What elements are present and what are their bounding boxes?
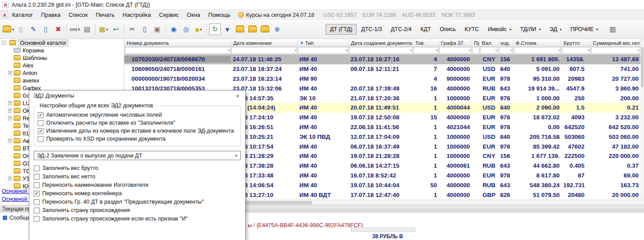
tab-kdt[interactable]: КДТ [416,24,435,35]
declaration-row[interactable]: 10702030/240718/0068670 24.07.18 11:46:2… [124,55,640,64]
checkbox-disable-calc[interactable]: Отключить расчеты при вставке из "Заполн… [38,119,237,126]
column-header[interactable]: Дата создания документа [349,39,413,46]
ed2-doc-type-select[interactable]: ЭД-2 Заявление о выпуске до подачи ДТ ▾ [34,151,241,160]
checkbox[interactable] [34,165,40,171]
checkbox[interactable] [34,216,40,222]
checkbox-transfer-container[interactable]: Переносить номер контейнера [34,190,241,197]
checkbox[interactable] [34,191,40,197]
tab-ed[interactable]: ЭД [545,24,566,35]
checkbox-fill-netto[interactable]: Заполнять вес нетто [34,173,241,180]
expand-icon[interactable] [8,116,12,120]
refresh-button[interactable]: ↻ [209,24,221,35]
filter-cell[interactable]: ▾ [125,47,231,54]
delete-button[interactable]: ✖ [52,24,64,35]
filter-button[interactable]: ▼ [222,24,233,35]
filter-cell[interactable]: ▾ [514,47,561,54]
column-header[interactable]: Графа 37. [439,39,472,46]
tab-invoice[interactable]: Инвойс [483,24,516,35]
filter-cell[interactable]: ▾ [298,47,348,54]
catalog-up-button[interactable] [246,24,258,35]
checkbox-fill-country[interactable]: Заполнять страну происхождения [34,207,241,214]
collapse-icon[interactable] [2,41,6,45]
menu-item[interactable]: Сервис [155,10,183,20]
expand-icon[interactable] [8,109,12,113]
checkbox-extract-date[interactable]: Извлечение даты из номера при вставке в … [38,127,237,134]
column-header[interactable]: Номер документа [124,39,231,46]
scrollbar-thumb[interactable] [641,47,644,87]
report-button[interactable]: ▥ [607,24,619,35]
checkbox-auto-rounding[interactable]: Автоматическое округление числовых полей [38,111,237,118]
column-header[interactable]: Суммарный вес нет... [591,39,640,46]
menu-item[interactable]: Печать [91,10,119,20]
tree-item-anton[interactable]: Anton [0,69,124,77]
xml-button[interactable]: xml [69,24,80,35]
edit-document-button[interactable]: ✎ [28,24,39,35]
globe-button[interactable]: ⊕ [271,24,283,35]
tree-item-korzina[interactable]: Корзина [0,47,124,54]
filter-cell[interactable] [472,47,479,54]
save-return-button[interactable]: ↩ [110,24,122,35]
column-header[interactable]: Дата изменения [231,39,298,46]
copy-button[interactable]: ▯ [139,24,151,35]
checkbox[interactable] [38,136,44,142]
print-button[interactable]: ▤ [81,24,93,35]
find-next-button[interactable]: ◎ [180,24,192,35]
currency-rates-button[interactable]: Курсы на сегодня 24.07.18 [238,12,314,18]
open-document-button[interactable] [3,24,14,35]
dialog-title-bar[interactable]: ЭД2 Документы × [29,90,245,101]
expand-icon[interactable] [8,177,12,181]
checkbox[interactable] [38,128,44,134]
menu-item[interactable]: Правка [37,10,64,20]
menu-item[interactable]: Окна [183,10,204,20]
filter-cell[interactable]: ▾ [562,47,590,54]
filter-cell[interactable]: ▾ [480,47,498,54]
column-header[interactable]: Брутто [561,39,591,46]
checkbox[interactable] [38,120,44,126]
tab-dt-gtd[interactable]: ДТ (ГТД) [326,24,357,35]
tree-root-item[interactable]: Основной каталог [0,39,124,47]
vertical-scrollbar[interactable] [640,39,644,200]
tree-item-shablony[interactable]: Шаблоны [0,54,124,62]
checkbox[interactable] [34,208,40,213]
menu-item[interactable]: Каталог [8,10,37,20]
menu-item[interactable]: Настройка [119,10,155,20]
tree-item-averex[interactable]: averex [0,77,124,84]
journal-button[interactable]: ▦ [98,24,109,35]
highlight-button[interactable]: ■ [193,24,204,35]
new-document-button[interactable]: ▯ [15,24,27,35]
checkbox[interactable] [38,112,44,118]
column-header[interactable]: При. [472,39,480,46]
menu-item[interactable]: Список [64,10,91,20]
checkbox-transfer-gr40[interactable]: Переносить Гр. 40 ДТ в раздел "Предшеств… [34,198,241,205]
filter-cell[interactable]: ▾ [231,47,297,54]
filter-cell[interactable]: ▾ [413,47,438,54]
expand-icon[interactable] [8,71,12,75]
catalog-view-button[interactable] [259,24,270,35]
column-header[interactable]: Тов. [413,39,439,46]
column-header[interactable]: ▼Тип [298,39,349,46]
declaration-row[interactable]: 00000000/190718/0020034 23.07.18 16:23:1… [124,74,640,84]
checkbox[interactable] [34,199,40,205]
column-header[interactable]: Ф.Стоим. [513,39,561,46]
cut-button[interactable]: ✂ [127,24,138,35]
checkbox[interactable] [34,174,40,180]
checkbox-xsd-validate[interactable]: Проверять по XSD при сохранении документ… [38,135,237,142]
view-document-button[interactable]: ▯ [40,24,52,35]
find-button[interactable]: ◉ [168,24,179,35]
expand-icon[interactable] [8,139,12,143]
tab-opis[interactable]: Опись [435,24,460,35]
tab-dts-13[interactable]: ДТС-1/3 [357,24,386,35]
checkbox-fill-brutto[interactable]: Заполнять вес брутто [34,165,241,172]
checkbox-fill-country-i[interactable]: Заполнять страну происхождения если есть… [34,215,241,222]
declaration-row[interactable]: 10609050/240718/0000161 23.07.18 18:37:2… [124,64,640,74]
checkbox[interactable] [34,182,40,188]
filter-cell[interactable]: ▾ [591,47,640,54]
column-header[interactable]: Вал. [480,39,498,46]
mini-scrollbar[interactable] [351,228,415,232]
tab-kuts[interactable]: КУТС [460,24,483,35]
filter-cell[interactable]: ▾ [499,47,513,54]
tab-prochie[interactable]: ПРОЧИЕ [566,24,602,35]
checkbox-transfer-manufacturer[interactable]: Переносить наименование Изготовителя [34,181,241,189]
filter-cell[interactable]: ▾ [349,47,413,54]
expand-icon[interactable] [8,101,12,105]
